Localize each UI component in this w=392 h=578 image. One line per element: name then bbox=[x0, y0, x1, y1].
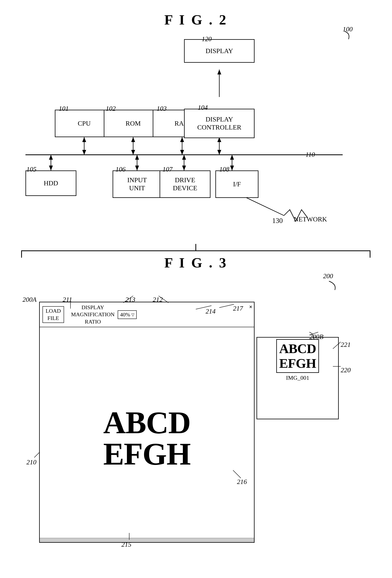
ref-108: 108 bbox=[219, 166, 229, 173]
dropdown-arrow-icon[interactable]: ▽ bbox=[131, 312, 134, 317]
ref-213: 213 bbox=[125, 296, 135, 303]
thumbnail-box: ABCD EFGH IMG_001 bbox=[257, 337, 339, 419]
ref-211: 211 bbox=[63, 296, 72, 303]
ref-105: 105 bbox=[26, 166, 37, 173]
svg-line-38 bbox=[34, 453, 39, 458]
ref-102: 102 bbox=[106, 105, 116, 112]
ref-120: 120 bbox=[202, 35, 212, 43]
svg-marker-22 bbox=[182, 166, 186, 170]
close-button[interactable]: × bbox=[249, 303, 252, 310]
hdd-box: HDD bbox=[25, 170, 76, 196]
ref-107: 107 bbox=[163, 166, 173, 173]
load-file-button[interactable]: LOAD FILE bbox=[43, 306, 64, 323]
svg-line-27 bbox=[245, 197, 284, 216]
window-titlebar: LOAD FILE DISPLAY MAGNIFICATION RATIO 40… bbox=[40, 302, 254, 327]
svg-marker-7 bbox=[131, 137, 135, 142]
display-controller-box: DISPLAY CONTROLLER bbox=[184, 109, 255, 138]
display-box: DISPLAY bbox=[184, 39, 255, 63]
svg-marker-2 bbox=[217, 70, 221, 74]
ref-110: 110 bbox=[305, 151, 315, 158]
main-window[interactable]: LOAD FILE DISPLAY MAGNIFICATION RATIO 40… bbox=[39, 302, 255, 543]
magnification-label: DISPLAY MAGNIFICATION RATIO bbox=[71, 304, 115, 325]
svg-marker-26 bbox=[230, 155, 234, 160]
thumbnail-inner-box: ABCD EFGH bbox=[276, 339, 319, 373]
svg-marker-10 bbox=[180, 137, 184, 142]
ref-200A: 200A bbox=[23, 296, 37, 303]
svg-marker-11 bbox=[180, 150, 184, 155]
svg-marker-5 bbox=[82, 150, 86, 155]
ref-212: 212 bbox=[153, 296, 163, 303]
ref-104: 104 bbox=[198, 104, 208, 111]
page: F I G . 2 100 DISPLAY 120 CPU 101 ROM 10… bbox=[0, 0, 392, 578]
ref-216: 216 bbox=[237, 478, 247, 485]
ref-101: 101 bbox=[59, 105, 69, 112]
if-box: I/F bbox=[215, 170, 259, 198]
ref-103: 103 bbox=[157, 105, 167, 112]
scrollbar[interactable] bbox=[40, 538, 254, 542]
ref-106: 106 bbox=[116, 166, 126, 173]
svg-marker-8 bbox=[131, 150, 135, 155]
svg-marker-23 bbox=[182, 155, 186, 160]
img-name-label: IMG_001 bbox=[286, 374, 309, 381]
ref-220: 220 bbox=[341, 366, 351, 374]
network-label: NETWORK bbox=[294, 216, 327, 223]
ref-214: 214 bbox=[206, 308, 216, 315]
svg-marker-17 bbox=[49, 155, 53, 160]
ref-221: 221 bbox=[341, 341, 351, 348]
main-text: ABCD EFGH bbox=[103, 407, 190, 470]
input-unit-box: INPUT UNIT bbox=[113, 170, 162, 198]
fig2-title: F I G . 2 bbox=[164, 12, 227, 28]
ref-100: 100 bbox=[343, 25, 353, 33]
svg-marker-25 bbox=[230, 166, 234, 170]
ref-130: 130 bbox=[272, 217, 283, 225]
main-content-area: ABCD EFGH bbox=[40, 327, 254, 549]
ref-210: 210 bbox=[26, 458, 37, 466]
ref-217: 217 bbox=[233, 305, 243, 312]
percent-dropdown[interactable]: 40% ▽ bbox=[118, 310, 136, 319]
ref-200: 200 bbox=[323, 272, 333, 280]
ref-200B: 200B bbox=[309, 333, 323, 340]
svg-marker-16 bbox=[49, 166, 53, 170]
svg-marker-4 bbox=[82, 137, 86, 142]
ref-215: 215 bbox=[121, 541, 131, 548]
svg-marker-19 bbox=[135, 166, 139, 170]
drive-device-box: DRIVE DEVICE bbox=[160, 170, 211, 198]
svg-marker-20 bbox=[135, 155, 139, 160]
svg-marker-14 bbox=[217, 150, 221, 155]
thumb-text: ABCD EFGH bbox=[279, 341, 316, 371]
